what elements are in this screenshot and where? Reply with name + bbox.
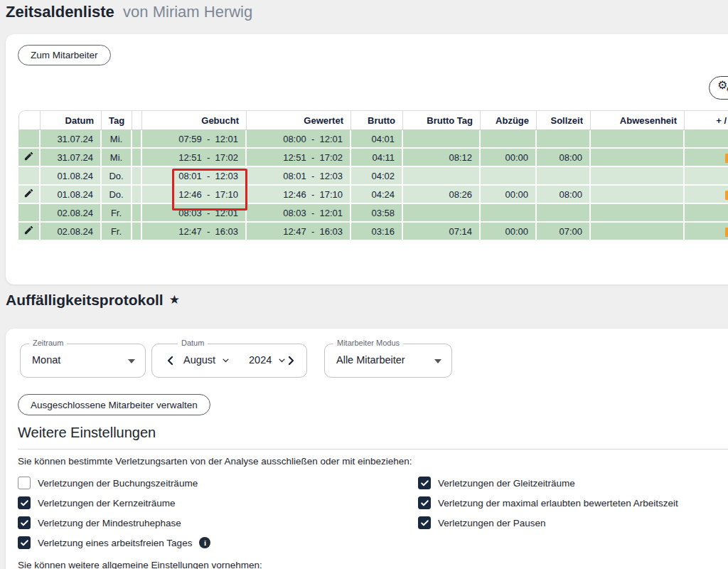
table-settings-button[interactable]: ⚙ ⚙ [709, 76, 728, 100]
cell-abwesenheit [591, 186, 685, 204]
checkbox-label: Verletzungen der Kernzeiträume [38, 498, 176, 509]
checkbox-box[interactable] [418, 516, 431, 529]
edit-pencil-icon[interactable] [23, 225, 34, 235]
cell-sollzeit [537, 204, 591, 223]
cell-datum: 02.08.24 [41, 223, 102, 241]
info-icon[interactable]: i [199, 537, 210, 548]
weitere-einstellungen-title: Weitere Einstellungen [18, 425, 156, 441]
cell-plusminus [685, 186, 728, 204]
cell-abwesenheit [591, 223, 685, 241]
cell-gebucht: 08:01 - 12:03 [142, 167, 247, 186]
cell-brutto: 04:01 [351, 130, 403, 149]
mitarbeiter-modus-select[interactable]: Mitarbeiter Modus Alle Mitarbeiter [324, 344, 452, 378]
col-header-gebucht: Gebucht [142, 110, 247, 130]
edit-pencil-icon[interactable] [23, 188, 34, 198]
mitarbeiter-modus-label: Mitarbeiter Modus [333, 339, 403, 347]
checkbox-label: Verletzung der maximal erlaubten bewerte… [438, 498, 678, 509]
table-row: 01.08.24 Do. 08:01 - 12:03 08:01 - 12:03… [18, 167, 728, 186]
cell-sollzeit: 08:00 [537, 149, 591, 167]
cell-abwesenheit [591, 149, 685, 167]
cell-gebucht: 12:47 - 16:03 [142, 223, 247, 241]
cell-tag: Fr. [102, 204, 132, 223]
zum-mitarbeiter-button[interactable]: Zum Mitarbeiter [18, 45, 111, 65]
previous-month-button[interactable] [165, 355, 176, 366]
cell-tag: Fr. [102, 223, 132, 241]
zeitraum-select[interactable]: Zeitraum Monat [20, 344, 146, 378]
cell-brutto-tag [403, 204, 481, 223]
settings-footer-text: Sie können weitere allgemeine Einstellun… [18, 560, 262, 569]
cell-abzuege: 00:00 [481, 149, 537, 167]
cell-abzuege [481, 130, 537, 149]
checkbox-verletzungen-gleitzeitraeume[interactable]: Verletzungen der Gleitzeiträume [418, 477, 575, 489]
cell-abzuege: 00:00 [481, 223, 537, 241]
cell-gewertet: 12:51 - 17:02 [247, 149, 351, 167]
col-header-abwesenheit: Abwesenheit [591, 110, 685, 130]
col-header-gewertet: Gewertet [247, 110, 351, 130]
checkbox-verletzungen-kernzeitraeume[interactable]: Verletzungen der Kernzeiträume [18, 496, 176, 509]
cell-sollzeit [537, 167, 591, 186]
year-value: 2024 [249, 354, 272, 366]
cell-brutto: 04:24 [351, 186, 403, 204]
cell-gewertet: 08:00 - 12:01 [247, 130, 351, 149]
cell-plusminus [685, 223, 728, 241]
col-header-tag: Tag [102, 110, 132, 130]
caret-down-icon [128, 359, 135, 363]
table-row: 31.07.24 Mi. 12:51 - 17:02 12:51 - 17:02… [18, 149, 728, 167]
checkbox-box[interactable] [18, 516, 31, 529]
checkbox-verletzung-mindestruhephase[interactable]: Verletzung der Mindestruhephase [18, 516, 181, 529]
zeitsalden-table: Datum Tag Gebucht Gewertet Brutto Brutto… [18, 110, 728, 241]
cell-gewertet: 08:01 - 12:03 [247, 167, 351, 186]
next-month-button[interactable] [285, 355, 296, 366]
caret-down-icon [434, 359, 441, 363]
month-value: August [183, 354, 215, 366]
col-header-sollzeit: Sollzeit [537, 110, 591, 130]
star-icon: ★ [169, 293, 180, 307]
cell-datum: 01.08.24 [41, 167, 102, 186]
saldo-indicator [725, 228, 728, 237]
table-row: 02.08.24 Fr. 12:47 - 16:03 12:47 - 16:03… [18, 223, 728, 241]
cell-abwesenheit [591, 167, 685, 186]
checkbox-verletzung-arbeitsfreier-tag[interactable]: Verletzung eines arbeitsfreien Tages i [18, 536, 210, 549]
cell-tag: Mi. [102, 149, 132, 167]
cell-gebucht: 08:03 - 12:01 [142, 204, 247, 223]
checkbox-box[interactable] [418, 477, 431, 489]
cell-tag: Do. [102, 167, 132, 186]
page-title: Zeitsaldenliste von Miriam Herwig [6, 3, 252, 21]
cell-plusminus [685, 167, 728, 186]
checkbox-label: Verletzungen der Pausen [438, 518, 546, 528]
cell-tag: Do. [102, 186, 132, 204]
cell-datum: 02.08.24 [41, 204, 102, 223]
chevron-down-icon [222, 354, 230, 366]
zeitraum-value: Monat [32, 354, 60, 366]
col-header-plusminus: + / [685, 110, 728, 130]
datum-label: Datum [178, 339, 208, 347]
month-select[interactable]: August [183, 354, 230, 366]
checkbox-verletzung-maximale-arbeitszeit[interactable]: Verletzung der maximal erlaubten bewerte… [418, 496, 678, 509]
page-title-text: Zeitsaldenliste [6, 3, 114, 21]
edit-pencil-icon[interactable] [23, 151, 34, 161]
manage-excluded-employees-button[interactable]: Ausgeschlossene Mitarbeiter verwalten [18, 394, 210, 415]
year-select[interactable]: 2024 [249, 354, 286, 366]
checkbox-box[interactable] [18, 496, 31, 509]
checkbox-box[interactable] [418, 496, 431, 509]
cell-sollzeit: 08:00 [537, 186, 591, 204]
checkbox-label: Verletzungen der Buchungszeiträume [38, 478, 198, 489]
checkbox-verletzungen-pausen[interactable]: Verletzungen der Pausen [418, 516, 546, 529]
col-header-datum: Datum [41, 110, 102, 130]
divider [18, 449, 728, 450]
cell-datum: 01.08.24 [41, 186, 102, 204]
table-row: 31.07.24 Mi. 07:59 - 12:01 08:00 - 12:01… [18, 130, 728, 149]
checkbox-verletzungen-buchungszeitraeume[interactable]: Verletzungen der Buchungszeiträume [18, 477, 198, 489]
cell-gebucht: 12:46 - 17:10 [142, 186, 247, 204]
cell-abzuege: 00:00 [481, 186, 537, 204]
checkbox-box[interactable] [18, 536, 31, 549]
datum-picker[interactable]: Datum August 2024 [151, 344, 307, 378]
cell-gewertet: 12:47 - 16:03 [247, 223, 351, 241]
cell-brutto-tag [403, 167, 481, 186]
cell-abwesenheit [591, 204, 685, 223]
cell-brutto-tag [403, 130, 481, 149]
section-title-text: Auffälligkeitsprotokoll [6, 292, 164, 308]
saldo-indicator [725, 154, 728, 163]
col-header-spacer [132, 110, 142, 130]
checkbox-box[interactable] [18, 477, 31, 489]
